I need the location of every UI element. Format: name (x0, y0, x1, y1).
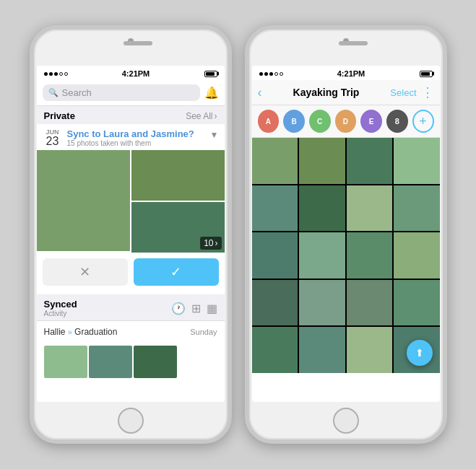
more-photos-count[interactable]: 10 › (200, 237, 221, 250)
thumb-3[interactable] (134, 346, 177, 378)
synced-section: Synced Activity 🕐 ⊞ ▦ Hallie » Graduatio… (37, 294, 225, 381)
speaker-right (339, 41, 368, 45)
signal-dots-left (44, 72, 68, 76)
card-photo-grid: 10 › (37, 150, 225, 253)
avatar-4[interactable]: D (335, 110, 357, 133)
synced-thumbnails (37, 343, 225, 381)
grid-photo-8[interactable] (394, 185, 440, 232)
grid-photo-6[interactable] (299, 185, 345, 232)
card-title[interactable]: Sync to Laura and Jasmine? (67, 128, 206, 139)
synced-item[interactable]: Hallie » Graduation Sunday (37, 320, 225, 343)
home-button-left[interactable] (118, 408, 144, 434)
chevron-right-icon: › (215, 111, 217, 121)
screen-right: 4:21PM ‹ Kayaking Trip Select ⋮ A B C D (252, 66, 440, 402)
nav-bar-right: ‹ Kayaking Trip Select ⋮ (252, 80, 440, 105)
grid-photo-16[interactable] (394, 280, 440, 326)
list-icon[interactable]: ▦ (207, 302, 217, 315)
grid-photo-4[interactable] (394, 138, 440, 184)
dot3 (54, 72, 58, 76)
avatar-3[interactable]: C (309, 110, 331, 133)
thumb-2[interactable] (89, 346, 132, 378)
grid-photo-2[interactable] (299, 138, 345, 184)
home-button-right[interactable] (333, 408, 359, 434)
private-section-header: Private See All › (37, 106, 225, 124)
chevron-right-small-icon: › (215, 238, 218, 248)
private-title: Private (44, 110, 75, 121)
card-header: JUN 23 Sync to Laura and Jasmine? 15 pho… (37, 124, 225, 150)
status-right-left (204, 71, 217, 77)
grid-photo-9[interactable] (252, 232, 298, 279)
synced-title: Synced (44, 299, 77, 310)
bell-icon[interactable]: 🔔 (204, 86, 219, 100)
avatar-strip: A B C D E 8 + (252, 105, 440, 138)
dot4 (59, 72, 63, 76)
search-input-wrap[interactable]: 🔍 Search (43, 84, 200, 101)
phone-right: 4:21PM ‹ Kayaking Trip Select ⋮ A B C D (245, 25, 447, 444)
grid-photo-19[interactable] (347, 327, 393, 373)
grid-photo-1[interactable] (252, 138, 298, 184)
battery-fill-left (206, 72, 215, 76)
back-button[interactable]: ‹ (258, 85, 262, 100)
status-right-right (420, 71, 433, 77)
grid-photo-11[interactable] (347, 232, 393, 279)
dot5 (64, 72, 68, 76)
date-box: JUN 23 (43, 128, 63, 147)
thumb-1[interactable] (44, 346, 87, 378)
action-bar: ✕ ✓ (37, 253, 225, 292)
battery-right (420, 71, 433, 77)
select-button[interactable]: Select (390, 87, 416, 98)
synced-item-date: Sunday (190, 328, 217, 336)
dot2 (49, 72, 53, 76)
photo-top-right[interactable] (131, 150, 225, 201)
synced-subtitle: Activity (44, 310, 77, 317)
card-chevron-icon: ▼ (210, 128, 219, 140)
grid-photo-12[interactable] (394, 232, 440, 279)
status-bar-right: 4:21PM (252, 66, 440, 80)
search-bar: 🔍 Search 🔔 (37, 80, 225, 106)
search-placeholder: Search (62, 87, 92, 98)
clock-icon[interactable]: 🕐 (171, 302, 186, 315)
accept-button[interactable]: ✓ (134, 258, 219, 286)
grid-photo-10[interactable] (299, 232, 345, 279)
photo-bottom-right[interactable]: 10 › (131, 202, 225, 253)
synced-icons: 🕐 ⊞ ▦ (171, 302, 217, 315)
see-all-button[interactable]: See All › (186, 111, 217, 121)
grid-photo-18[interactable] (299, 327, 345, 373)
photo-tall-left[interactable] (37, 150, 130, 251)
grid-photo-15[interactable] (347, 280, 393, 326)
date-day: 23 (46, 136, 59, 147)
avatar-count[interactable]: 8 (386, 110, 408, 133)
rdot3 (269, 72, 273, 76)
rdot1 (259, 72, 263, 76)
photo-grid-main: ⬆ (252, 138, 440, 373)
upload-fab-button[interactable]: ⬆ (407, 340, 433, 366)
rdot2 (264, 72, 268, 76)
synced-item-name: Hallie » Graduation (44, 327, 118, 337)
more-menu-icon[interactable]: ⋮ (421, 84, 434, 100)
synced-arrow-icon: » (68, 328, 74, 336)
rdot4 (274, 72, 278, 76)
search-icon: 🔍 (48, 88, 59, 97)
avatar-2[interactable]: B (283, 110, 305, 133)
card-title-wrap: Sync to Laura and Jasmine? 15 photos tak… (67, 128, 206, 147)
nav-title: Kayaking Trip (267, 87, 386, 98)
grid-photo-3[interactable] (347, 138, 393, 184)
grid-photo-17[interactable] (252, 327, 298, 373)
dot1 (44, 72, 48, 76)
screen-left: 4:21PM 🔍 Search 🔔 Private Se (37, 66, 225, 402)
avatar-1[interactable]: A (258, 110, 280, 133)
decline-button[interactable]: ✕ (43, 258, 128, 286)
add-avatar-button[interactable]: + (412, 110, 434, 133)
grid-photo-5[interactable] (252, 185, 298, 232)
grid-photo-7[interactable] (347, 185, 393, 232)
synced-title-group: Synced Activity (44, 299, 77, 317)
decline-icon: ✕ (79, 264, 90, 280)
rdot5 (280, 72, 283, 76)
avatar-5[interactable]: E (360, 110, 382, 133)
grid-photo-13[interactable] (252, 280, 298, 326)
card-subtitle: 15 photos taken with them (67, 139, 206, 147)
grid-photo-14[interactable] (299, 280, 345, 326)
grid-icon[interactable]: ⊞ (191, 302, 201, 315)
time-right: 4:21PM (337, 69, 365, 78)
upload-icon: ⬆ (415, 347, 424, 359)
